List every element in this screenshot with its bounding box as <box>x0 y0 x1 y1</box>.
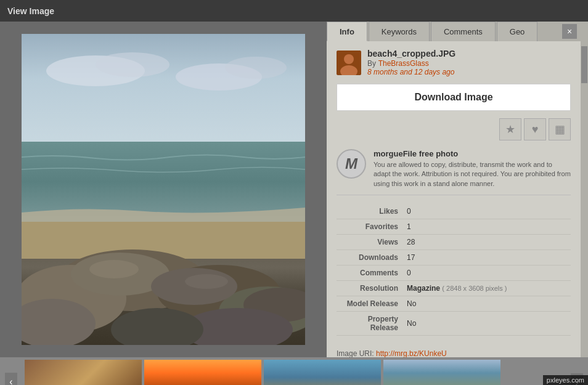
tabs-bar: Info Keywords Comments Geo × <box>327 22 581 41</box>
thumbnail-nav-left[interactable]: ‹ <box>5 373 17 385</box>
stat-label-views: Views <box>337 235 404 250</box>
info-content-area: beach4_cropped.JPG By TheBrassGlass 8 mo… <box>327 41 581 357</box>
stat-label-resolution: Resolution <box>337 281 404 296</box>
resolution-quality: Magazine <box>407 284 440 293</box>
stat-label-comments: Comments <box>337 265 404 281</box>
stat-value-resolution: Magazine ( 2848 x 3608 pixels ) <box>404 281 571 296</box>
scrollbar-thumb[interactable] <box>581 46 587 83</box>
title-bar: View Image <box>0 0 588 22</box>
thumbnail-3[interactable] <box>264 360 381 385</box>
image-uri-label: Image URI: <box>337 349 374 357</box>
close-button[interactable]: × <box>562 24 577 39</box>
morgue-logo: M <box>337 149 366 179</box>
stat-label-property-release: Property Release <box>337 312 404 336</box>
avatar-image <box>337 51 361 75</box>
stats-table: Likes 0 Favorites 1 Views 28 Downloads 1… <box>337 204 571 336</box>
stat-row-resolution: Resolution Magazine ( 2848 x 3608 pixels… <box>337 281 571 296</box>
heart-icon: ♥ <box>532 123 539 136</box>
pxleyes-watermark: pxleyes.com <box>543 375 588 385</box>
stat-value-likes: 0 <box>404 204 571 219</box>
svg-point-17 <box>89 260 139 278</box>
username-link[interactable]: TheBrassGlass <box>378 59 429 68</box>
thumbnails-bar: ‹ › <box>0 357 588 385</box>
tab-keywords[interactable]: Keywords <box>369 22 430 41</box>
morgue-text: morgueFile free photo You are allowed to… <box>374 149 571 188</box>
stat-row-model-release: Model Release No <box>337 296 571 312</box>
tab-geo[interactable]: Geo <box>497 22 538 41</box>
stat-row-comments: Comments 0 <box>337 265 571 281</box>
window-title: View Image <box>7 6 54 16</box>
thumbnail-1[interactable] <box>25 360 142 385</box>
timestamp: 8 months and 12 days ago <box>367 68 571 76</box>
user-row: beach4_cropped.JPG By TheBrassGlass 8 mo… <box>337 49 571 76</box>
stat-label-downloads: Downloads <box>337 250 404 265</box>
svg-point-20 <box>344 54 354 64</box>
stat-value-downloads: 17 <box>404 250 571 265</box>
tab-comments[interactable]: Comments <box>431 22 496 41</box>
thumbnail-4[interactable] <box>383 360 500 385</box>
stat-value-favorites: 1 <box>404 219 571 235</box>
stat-row-downloads: Downloads 17 <box>337 250 571 265</box>
avatar <box>337 51 361 75</box>
thumbnail-2[interactable] <box>144 360 261 385</box>
uri-section: Image URI: http://mrg.bz/KUnkeU JPEG URI… <box>337 344 571 357</box>
svg-point-4 <box>225 57 287 79</box>
stat-value-comments: 0 <box>404 265 571 281</box>
stat-row-views: Views 28 <box>337 235 571 250</box>
morgue-badge: M morgueFile free photo You are allowed … <box>337 149 571 195</box>
stat-value-views: 28 <box>404 235 571 250</box>
film-button[interactable]: ▦ <box>549 118 571 140</box>
stat-row-favorites: Favorites 1 <box>337 219 571 235</box>
stat-label-favorites: Favorites <box>337 219 404 235</box>
image-panel <box>0 22 327 357</box>
stat-row-likes: Likes 0 <box>337 204 571 219</box>
stat-label-model-release: Model Release <box>337 296 404 312</box>
stat-label-likes: Likes <box>337 204 404 219</box>
download-button[interactable]: Download Image <box>337 84 571 111</box>
morgue-title: morgueFile free photo <box>374 149 571 158</box>
svg-point-2 <box>96 52 169 77</box>
user-info: beach4_cropped.JPG By TheBrassGlass 8 mo… <box>367 49 571 76</box>
star-button[interactable]: ★ <box>499 118 521 140</box>
svg-point-18 <box>185 274 228 289</box>
image-container <box>22 34 305 345</box>
info-panel[interactable]: Info Keywords Comments Geo × <box>327 22 581 357</box>
filename: beach4_cropped.JPG <box>367 49 571 59</box>
image-uri-link[interactable]: http://mrg.bz/KUnkeU <box>376 349 447 357</box>
stat-value-model-release: No <box>404 296 571 312</box>
resolution-pixels: ( 2848 x 3608 pixels ) <box>442 285 507 292</box>
image-uri-row: Image URI: http://mrg.bz/KUnkeU <box>337 349 571 357</box>
action-icons-row: ★ ♥ ▦ <box>337 118 571 140</box>
scrollbar-track[interactable] <box>581 22 588 357</box>
film-icon: ▦ <box>555 123 565 136</box>
morgue-description: You are allowed to copy, distribute, tra… <box>374 160 571 188</box>
heart-button[interactable]: ♥ <box>524 118 546 140</box>
beach-image <box>22 34 305 345</box>
by-label: By <box>367 59 376 68</box>
left-chevron-icon: ‹ <box>9 376 12 385</box>
stat-value-property-release: No <box>404 312 571 336</box>
star-icon: ★ <box>505 123 515 136</box>
tab-info[interactable]: Info <box>327 22 367 41</box>
svg-rect-0 <box>22 34 305 145</box>
stat-row-property-release: Property Release No <box>337 312 571 336</box>
